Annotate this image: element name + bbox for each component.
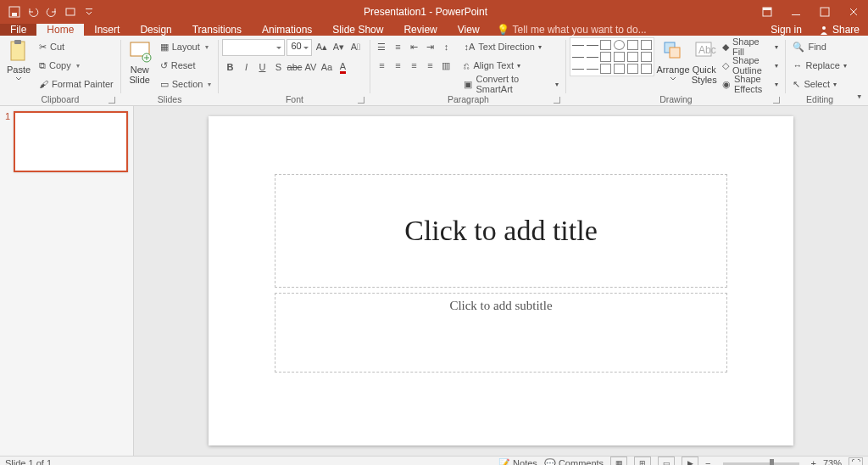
start-from-beginning-icon[interactable]: [61, 3, 80, 21]
zoom-level[interactable]: 73%: [823, 458, 842, 465]
align-center-button[interactable]: ≡: [390, 58, 405, 73]
align-left-button[interactable]: ≡: [374, 58, 389, 73]
increase-indent-button[interactable]: ⇥: [422, 39, 437, 54]
shape-arrowblock2-icon: [627, 52, 638, 62]
underline-button[interactable]: U: [254, 59, 270, 75]
tell-me-search[interactable]: 💡 Tell me what you want to do...: [490, 24, 654, 36]
tab-design[interactable]: Design: [130, 24, 181, 36]
decrease-font-icon[interactable]: A▾: [331, 39, 346, 54]
tab-transitions[interactable]: Transitions: [182, 24, 252, 36]
arrange-button[interactable]: Arrange: [656, 37, 689, 92]
font-name-combo[interactable]: [222, 39, 285, 56]
replace-button[interactable]: ↔Replace▾: [789, 57, 849, 74]
ribbon-display-options-icon[interactable]: [753, 0, 782, 24]
share-button[interactable]: Share: [810, 24, 868, 36]
copy-button[interactable]: ⧉Copy▾: [36, 57, 117, 74]
justify-button[interactable]: ≡: [422, 58, 437, 73]
minimize-icon[interactable]: [782, 0, 810, 24]
shape-fill-button[interactable]: ◆Shape Fill▾: [719, 38, 782, 55]
font-color-button[interactable]: A: [335, 59, 350, 75]
normal-view-button[interactable]: ▦: [610, 457, 627, 465]
italic-button[interactable]: I: [238, 59, 253, 75]
chevron-down-icon: ▾: [775, 81, 778, 88]
strikethrough-button[interactable]: abc: [287, 59, 302, 75]
redo-icon[interactable]: [42, 3, 61, 21]
reset-button[interactable]: ↺Reset: [157, 57, 215, 74]
align-text-button[interactable]: ⎌Align Text▾: [460, 57, 562, 74]
slide-canvas[interactable]: Click to add title Click to add subtitle: [134, 106, 868, 456]
tab-view[interactable]: View: [448, 24, 490, 36]
select-button[interactable]: ↖Select▾: [789, 76, 849, 92]
maximize-icon[interactable]: [810, 0, 839, 24]
collapse-ribbon-button[interactable]: [854, 93, 863, 102]
slide-counter[interactable]: Slide 1 of 1: [5, 458, 52, 465]
slide-thumbnail-pane[interactable]: 1: [0, 106, 134, 456]
save-icon[interactable]: [5, 3, 24, 21]
undo-icon[interactable]: [24, 3, 42, 21]
decrease-indent-button[interactable]: ⇤: [406, 39, 421, 54]
shadow-button[interactable]: S: [270, 59, 286, 75]
slide-thumbnail-1[interactable]: 1: [0, 109, 133, 174]
bullets-button[interactable]: ☰: [374, 39, 389, 54]
dialog-launcher-icon[interactable]: [358, 97, 364, 104]
layout-button[interactable]: ▦Layout▾: [157, 38, 215, 55]
shape-hex-icon: [600, 52, 611, 62]
close-icon[interactable]: [839, 0, 868, 24]
fit-to-window-button[interactable]: ⛶: [849, 457, 863, 465]
section-button[interactable]: ▭Section▾: [157, 76, 215, 92]
shape-brace1-icon: [600, 64, 611, 74]
comments-button[interactable]: 💬 Comments: [544, 458, 604, 466]
columns-button[interactable]: ▥: [438, 58, 453, 73]
tab-review[interactable]: Review: [393, 24, 447, 36]
notes-button[interactable]: 📝 Notes: [498, 458, 537, 466]
sign-in-link[interactable]: Sign in: [762, 24, 810, 36]
change-case-button[interactable]: Aa: [319, 59, 334, 75]
line-spacing-button[interactable]: ↕: [438, 39, 453, 54]
chevron-down-icon: ▾: [775, 62, 778, 70]
tab-slideshow[interactable]: Slide Show: [322, 24, 393, 36]
title-placeholder[interactable]: Click to add title: [275, 174, 727, 288]
slideshow-view-button[interactable]: ▶: [682, 457, 698, 465]
text-direction-button[interactable]: ↕AText Direction▾: [460, 38, 562, 55]
numbering-button[interactable]: ≡: [390, 39, 405, 54]
align-right-button[interactable]: ≡: [406, 58, 421, 73]
shape-rect-icon: [600, 40, 611, 50]
zoom-slider[interactable]: [723, 462, 799, 465]
clear-formatting-icon[interactable]: A⃠: [348, 39, 363, 54]
dialog-launcher-icon[interactable]: [554, 97, 560, 104]
group-font: 60 A▴ A▾ A⃠ B I U S abc AV Aa A Font: [219, 36, 370, 105]
tab-animations[interactable]: Animations: [252, 24, 322, 36]
shapes-gallery[interactable]: [570, 37, 654, 76]
dialog-launcher-icon[interactable]: [108, 97, 115, 104]
subtitle-placeholder[interactable]: Click to add subtitle: [275, 293, 727, 373]
quick-styles-icon: Abc: [693, 39, 716, 64]
replace-label: Replace: [805, 60, 839, 70]
paste-label: Paste: [7, 65, 31, 76]
paste-button[interactable]: Paste: [3, 37, 34, 92]
font-size-combo[interactable]: 60: [287, 39, 312, 56]
bold-button[interactable]: B: [222, 59, 237, 75]
reading-view-button[interactable]: ▭: [658, 457, 675, 465]
increase-font-icon[interactable]: A▴: [314, 39, 329, 54]
tab-insert[interactable]: Insert: [84, 24, 130, 36]
format-painter-button[interactable]: 🖌Format Painter: [36, 76, 117, 92]
find-button[interactable]: 🔍Find: [789, 38, 849, 55]
tab-home[interactable]: Home: [36, 24, 84, 36]
new-slide-button[interactable]: New Slide: [125, 37, 155, 92]
smartart-button[interactable]: ▣Convert to SmartArt▾: [460, 76, 562, 92]
cut-button[interactable]: ✂Cut: [36, 38, 117, 55]
char-spacing-button[interactable]: AV: [303, 59, 318, 75]
zoom-out-button[interactable]: −: [705, 458, 710, 465]
dialog-launcher-icon[interactable]: [773, 97, 780, 104]
qat-customize-icon[interactable]: [80, 3, 98, 21]
shape-effects-button[interactable]: ◉Shape Effects▾: [719, 76, 782, 92]
ribbon: Paste ✂Cut ⧉Copy▾ 🖌Format Painter Clipbo…: [0, 36, 868, 106]
zoom-in-button[interactable]: +: [811, 458, 816, 465]
svg-point-8: [822, 26, 826, 30]
slide-sorter-view-button[interactable]: ⊞: [634, 457, 651, 465]
shape-outline-button[interactable]: ◇Shape Outline▾: [719, 57, 782, 74]
quick-styles-button[interactable]: Abc Quick Styles: [692, 37, 717, 92]
group-label-slides: Slides: [158, 94, 182, 104]
tab-file[interactable]: File: [0, 24, 36, 36]
slide-preview: [14, 111, 128, 172]
